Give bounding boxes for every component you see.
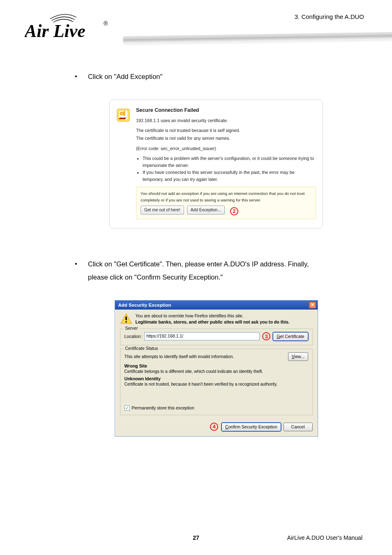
scf-line: 192.168.1.1 uses an invalid security cer… <box>136 117 316 124</box>
bullet-dot: • <box>75 257 88 270</box>
scf-list-item: This could be a problem with the server'… <box>143 155 316 169</box>
fieldset-legend: Server <box>124 326 140 331</box>
fieldset-legend: Certificate Status <box>124 346 160 351</box>
warning-triangle-icon <box>120 313 132 325</box>
annotation-marker-3: 3 <box>262 332 270 340</box>
location-label: Location: <box>125 334 142 339</box>
server-fieldset: Server Location: https://192.168.1.1/ 3 … <box>120 328 313 345</box>
police-warning-icon <box>116 108 130 122</box>
add-exception-button[interactable]: Add Exception... <box>187 206 225 215</box>
view-button[interactable]: View... <box>288 352 308 361</box>
svg-rect-6 <box>125 317 127 320</box>
chapter-label: 3. Configuring the A.DUO <box>295 13 364 20</box>
bullet-item-1: • Click on "Add Exception" <box>75 70 363 83</box>
bullet-item-2: • Click on "Get Certificate". Then, plea… <box>75 257 363 284</box>
header-divider-bar <box>123 32 392 44</box>
svg-point-4 <box>120 112 123 115</box>
bullet-text: Click on "Get Certificate". Then, please… <box>88 257 309 271</box>
page-header: Air Live ® 3. Configuring the A.DUO <box>0 0 392 45</box>
page-footer: 27 AirLive A.DUO User's Manual <box>0 534 392 541</box>
manual-title: AirLive A.DUO User's Manual <box>287 534 362 541</box>
certificate-status-fieldset: Certificate Status This site attempts to… <box>120 349 313 415</box>
bullet-dot: • <box>75 70 88 83</box>
get-certificate-button[interactable]: Get Certificate <box>273 332 308 341</box>
svg-text:®: ® <box>104 20 108 27</box>
dialog-intro-bold: Legitimate banks, stores, and other publ… <box>136 319 290 325</box>
dialog-title-text: Add Security Exception <box>118 303 171 308</box>
bullet-text: Click on "Add Exception" <box>88 70 162 83</box>
scf-error-code: (Error code: sec_error_untrusted_issuer) <box>136 145 316 152</box>
dialog-intro-line: You are about to override how Firefox id… <box>136 313 290 319</box>
scf-list-item: If you have connected to this server suc… <box>143 169 316 183</box>
page-number: 27 <box>193 534 199 541</box>
scf-line: The certificate is not valid for any ser… <box>136 135 316 142</box>
scf-line: The certificate is not trusted because i… <box>136 127 316 134</box>
get-me-out-button[interactable]: Get me out of here! <box>141 206 184 215</box>
close-icon[interactable]: ✕ <box>309 302 316 308</box>
permanently-store-label: Permanently store this exception <box>132 405 194 410</box>
page-content: • Click on "Add Exception" Secure Connec… <box>0 45 392 437</box>
dialog-titlebar: Add Security Exception ✕ <box>115 301 318 310</box>
svg-text:Air Live: Air Live <box>25 21 85 41</box>
permanently-store-checkbox[interactable]: ✓ <box>125 405 130 411</box>
wrong-site-text: Certificate belongs to a different site,… <box>125 369 308 374</box>
wrong-site-heading: Wrong Site <box>125 363 308 368</box>
add-security-exception-dialog: Add Security Exception ✕ You are about t… <box>115 300 318 437</box>
bullet-text: please click on "Confirm Security Except… <box>88 271 223 284</box>
airlive-logo-icon: Air Live ® <box>25 12 111 41</box>
annotation-marker-4: 4 <box>210 423 218 431</box>
cancel-button[interactable]: Cancel <box>284 423 313 431</box>
location-input[interactable]: https://192.168.1.1/ <box>144 332 260 340</box>
unknown-identity-text: Certificate is not trusted, because it h… <box>125 382 308 386</box>
svg-rect-5 <box>124 111 125 116</box>
svg-point-7 <box>125 321 127 323</box>
annotation-marker-2: 2 <box>230 207 238 215</box>
secure-connection-failed-panel: Secure Connection Failed 192.168.1.1 use… <box>109 99 323 228</box>
unknown-identity-heading: Unknown Identity <box>125 376 308 381</box>
scf-warning-text: You should not add an exception if you a… <box>141 190 311 203</box>
scf-title: Secure Connection Failed <box>136 106 316 114</box>
cert-status-text: This site attempts to identify itself wi… <box>125 354 234 359</box>
confirm-security-exception-button[interactable]: Confirm Security Exception <box>221 423 281 431</box>
brand-logo: Air Live ® <box>25 12 111 43</box>
